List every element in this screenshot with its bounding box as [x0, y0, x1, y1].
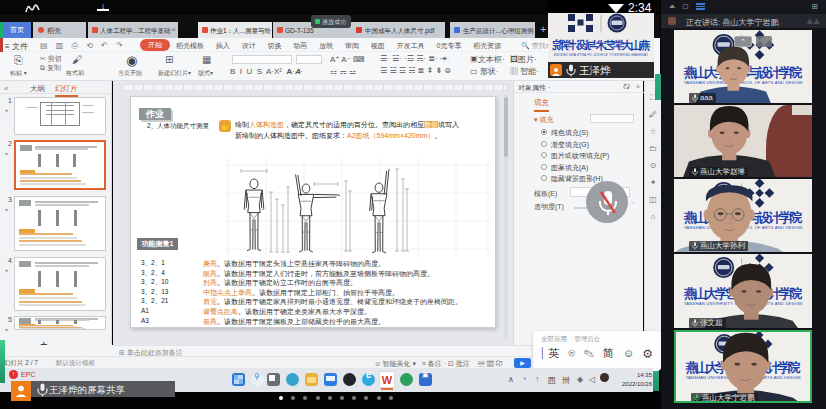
svg-text:燕山大学艺术与设计学院: 燕山大学艺术与设计学院 — [552, 38, 651, 52]
svg-text:YANSHAN UNIVERSITY SCHOOL OF A: YANSHAN UNIVERSITY SCHOOL OF ARTS AND DE… — [553, 53, 648, 57]
